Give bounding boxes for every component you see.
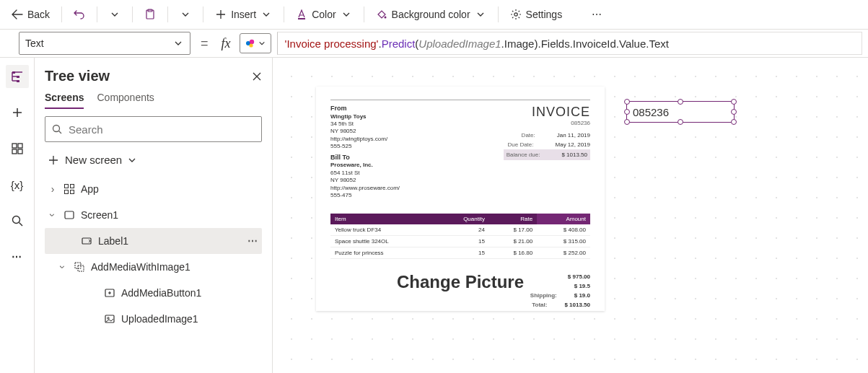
plus-icon bbox=[48, 154, 59, 166]
tab-screens[interactable]: Screens bbox=[45, 92, 84, 109]
rail-more[interactable]: ⋯ bbox=[6, 245, 29, 268]
copilot-button[interactable] bbox=[240, 33, 271, 53]
search-input[interactable] bbox=[69, 123, 255, 136]
resize-handle[interactable] bbox=[678, 119, 683, 125]
overflow-button[interactable]: ⋯ bbox=[585, 6, 608, 23]
group-icon bbox=[74, 261, 85, 273]
bgcolor-button[interactable]: Background color bbox=[370, 6, 492, 23]
item-more-button[interactable]: ⋯ bbox=[247, 235, 259, 247]
svg-rect-11 bbox=[12, 144, 17, 148]
tree-item-addmediabutton[interactable]: AddMediaButton1 bbox=[45, 280, 262, 306]
formula-token-method: Predict bbox=[382, 38, 416, 50]
tree-item-app[interactable]: › App bbox=[45, 176, 262, 202]
search-icon bbox=[51, 123, 63, 135]
svg-rect-20 bbox=[71, 190, 74, 194]
svg-point-27 bbox=[108, 317, 109, 319]
color-button[interactable]: Color bbox=[290, 6, 357, 23]
chevron-down-icon bbox=[475, 9, 486, 20]
separator bbox=[167, 6, 168, 22]
svg-point-6 bbox=[250, 40, 254, 44]
formula-token-arg: UploadedImage1 bbox=[418, 38, 501, 50]
svg-point-7 bbox=[249, 43, 253, 47]
svg-rect-21 bbox=[65, 211, 74, 219]
tree-search[interactable] bbox=[45, 116, 262, 142]
tree-item-screen1[interactable]: › Screen1 bbox=[45, 202, 262, 228]
resize-handle[interactable] bbox=[624, 109, 630, 115]
separator bbox=[203, 6, 203, 22]
formula-token-chain: .Fields.InvoiceId.Value.Text bbox=[538, 38, 668, 50]
left-rail: {x} ⋯ bbox=[0, 58, 35, 373]
insert-button[interactable]: Insert bbox=[209, 6, 278, 23]
rail-variables[interactable]: {x} bbox=[6, 173, 29, 196]
equals-sign: = bbox=[196, 36, 213, 51]
tab-components[interactable]: Components bbox=[97, 92, 154, 109]
undo-button[interactable] bbox=[68, 6, 91, 23]
resize-handle[interactable] bbox=[731, 119, 737, 125]
svg-rect-22 bbox=[82, 238, 91, 244]
svg-rect-18 bbox=[71, 185, 74, 188]
svg-rect-2 bbox=[298, 18, 305, 19]
gear-icon bbox=[510, 9, 522, 20]
paste-dropdown[interactable] bbox=[174, 6, 197, 23]
from-heading: From bbox=[330, 105, 400, 113]
formula-bar: Text = fx 'Invoice processing'.Predict(U… bbox=[0, 29, 868, 58]
svg-rect-19 bbox=[65, 190, 69, 194]
tree-item-addmedia[interactable]: › AddMediaWithImage1 bbox=[45, 254, 262, 280]
invoice-preview[interactable]: From Wingtip Toys 34 5th St NY 98052 htt… bbox=[316, 87, 605, 311]
invoice-totals: $ 975.00 $ 19.5 Shipping:$ 19.0 Total:$ … bbox=[530, 272, 590, 310]
svg-rect-13 bbox=[12, 149, 17, 154]
close-panel-button[interactable] bbox=[252, 71, 262, 82]
undo-dropdown[interactable] bbox=[103, 6, 126, 23]
tree-item-label: AddMediaWithImage1 bbox=[91, 261, 190, 273]
svg-rect-12 bbox=[18, 144, 22, 148]
separator bbox=[61, 6, 62, 22]
paste-button[interactable] bbox=[139, 6, 162, 23]
rail-treeview[interactable] bbox=[6, 65, 29, 88]
text-color-icon bbox=[296, 9, 307, 20]
property-select[interactable]: Text bbox=[19, 32, 190, 55]
resize-handle[interactable] bbox=[624, 119, 630, 125]
table-row: Puzzle for princess15$ 16.80$ 252.00 bbox=[330, 247, 590, 259]
back-button[interactable]: Back bbox=[6, 6, 56, 23]
undo-icon bbox=[74, 9, 85, 20]
new-screen-button[interactable]: New screen bbox=[45, 149, 262, 170]
tree-list: › App › Screen1 Label1 ⋯ › AddMediaWithI… bbox=[45, 176, 262, 332]
separator bbox=[284, 6, 284, 22]
resize-handle[interactable] bbox=[731, 99, 737, 105]
change-picture-overlay[interactable]: Change Picture $ 975.00 $ 19.5 Shipping:… bbox=[330, 272, 590, 292]
svg-rect-17 bbox=[65, 185, 69, 188]
chevron-down-icon bbox=[180, 9, 191, 20]
rail-insert[interactable] bbox=[6, 101, 29, 124]
svg-rect-8 bbox=[12, 71, 15, 74]
tree-item-label: Label1 bbox=[98, 235, 128, 247]
rail-data[interactable] bbox=[6, 137, 29, 160]
rail-search[interactable] bbox=[6, 209, 29, 232]
chevron-down-icon bbox=[341, 9, 352, 20]
clipboard-icon bbox=[144, 9, 156, 20]
settings-button[interactable]: Settings bbox=[504, 6, 569, 23]
fx-icon[interactable]: fx bbox=[219, 36, 234, 51]
label-text: 085236 bbox=[633, 106, 669, 118]
image-icon bbox=[104, 313, 115, 325]
formula-token-string: 'Invoice processing' bbox=[285, 38, 379, 50]
resize-handle[interactable] bbox=[678, 99, 683, 105]
tree-item-uploadedimage[interactable]: UploadedImage1 bbox=[45, 306, 262, 332]
resize-handle[interactable] bbox=[624, 99, 630, 105]
table-row: Yellow truck DF3424$ 17.00$ 408.00 bbox=[330, 224, 590, 236]
resize-handle[interactable] bbox=[731, 109, 737, 115]
selected-label-control[interactable]: 085236 bbox=[626, 101, 735, 123]
svg-point-15 bbox=[12, 216, 19, 224]
top-toolbar: Back Insert Color Background color Setti… bbox=[0, 0, 868, 29]
tree-item-label: App bbox=[81, 183, 99, 195]
chevron-down-icon bbox=[109, 9, 120, 20]
tree-item-label1[interactable]: Label1 ⋯ bbox=[45, 228, 262, 254]
invoice-table: Item Quantity Rate Amount Yellow truck D… bbox=[330, 214, 590, 259]
canvas[interactable]: From Wingtip Toys 34 5th St NY 98052 htt… bbox=[273, 58, 868, 373]
svg-rect-9 bbox=[17, 76, 19, 78]
settings-label: Settings bbox=[526, 9, 563, 20]
color-label: Color bbox=[312, 9, 336, 20]
formula-input[interactable]: 'Invoice processing'.Predict(UploadedIma… bbox=[277, 32, 862, 55]
chevron-down-icon bbox=[260, 9, 272, 20]
screen-icon bbox=[63, 209, 75, 221]
chevron-down-icon bbox=[258, 40, 266, 47]
